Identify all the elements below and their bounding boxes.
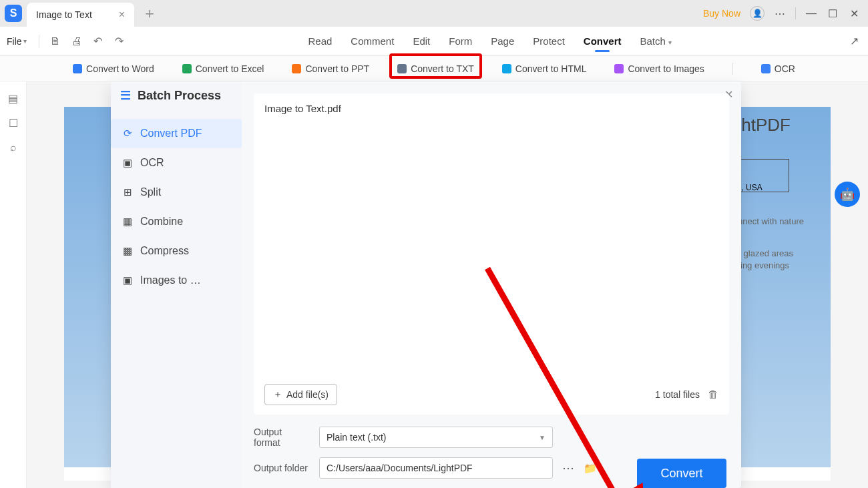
stack-icon: ☰ [120, 88, 131, 103]
convert-to-html[interactable]: Convert to HTML [502, 63, 587, 74]
convert-to-excel[interactable]: Convert to Excel [182, 63, 264, 74]
avatar-icon[interactable]: 👤 [750, 6, 765, 21]
output-format-select[interactable]: Plain text (.txt) ▼ [319, 427, 553, 448]
menu-page[interactable]: Page [491, 31, 514, 51]
sidebar-item-combine[interactable]: ▦Combine [111, 207, 242, 236]
workspace: ▤ ☐ ⌕ ghtPDF cation Sport, hington, USA … [0, 81, 868, 488]
convert-to-images[interactable]: Convert to Images [614, 63, 704, 74]
chevron-down-icon: ▼ [539, 434, 546, 441]
app-logo: S [5, 5, 22, 22]
convert-to-ppt[interactable]: Convert to PPT [292, 63, 369, 74]
bookmark-icon[interactable]: ☐ [9, 117, 18, 130]
output-folder-label: Output folder [254, 463, 310, 473]
convert-to-txt[interactable]: Convert to TXT [397, 63, 474, 74]
combine-icon: ▦ [122, 216, 134, 228]
dialog-sidebar: ⟳Convert PDF ▣OCR ⊞Split ▦Combine ▩Compr… [111, 81, 242, 488]
output-format-label: Output format [254, 427, 310, 448]
excel-icon [182, 64, 192, 73]
word-icon [73, 64, 82, 73]
menu-convert[interactable]: Convert [584, 31, 622, 51]
dialog-title: ☰ Batch Process [120, 88, 221, 103]
convert-ribbon: Convert to Word Convert to Excel Convert… [0, 56, 868, 81]
browse-more-icon[interactable]: ⋯ [562, 461, 574, 475]
add-files-button[interactable]: ＋ Add file(s) [264, 384, 337, 405]
sidebar-item-convert-pdf[interactable]: ⟳Convert PDF [111, 119, 242, 148]
sidebar-item-images-to[interactable]: ▣Images to … [111, 266, 242, 295]
assistant-button[interactable]: 🤖 [835, 182, 860, 207]
total-files-label: 1 total files [655, 389, 700, 400]
search-icon[interactable]: ⌕ [10, 142, 17, 154]
left-sidebar: ▤ ☐ ⌕ [0, 81, 27, 488]
ocr-icon [761, 64, 771, 73]
minimize-icon[interactable]: — [805, 7, 817, 19]
separator [795, 7, 796, 19]
thumbnails-icon[interactable]: ▤ [8, 92, 18, 105]
menu-read[interactable]: Read [308, 31, 333, 51]
more-icon[interactable]: ⋯ [774, 7, 786, 20]
plus-icon: ＋ [273, 389, 282, 401]
save-icon[interactable]: 🗎 [49, 35, 62, 48]
txt-icon [397, 64, 407, 73]
document-tab[interactable]: Image to Text × [27, 3, 134, 27]
refresh-icon: ⟳ [122, 128, 134, 140]
output-folder-input[interactable]: C:/Users/aaa/Documents/LightPDF [319, 457, 553, 479]
popout-icon[interactable]: ↗ [850, 35, 859, 47]
undo-icon[interactable]: ↶ [91, 35, 105, 48]
split-icon: ⊞ [122, 186, 134, 198]
redo-icon[interactable]: ↷ [113, 35, 126, 48]
image-icon: ▣ [122, 274, 134, 286]
convert-to-word[interactable]: Convert to Word [73, 63, 154, 74]
close-tab-icon[interactable]: × [119, 9, 125, 21]
folder-icon[interactable]: 📁 [584, 462, 597, 475]
menu-batch[interactable]: Batch ▾ [640, 31, 672, 51]
sidebar-item-compress[interactable]: ▩Compress [111, 236, 242, 266]
file-list: Image to Text.pdf ＋ Add file(s) 1 total … [254, 93, 729, 415]
maximize-icon[interactable]: ☐ [827, 7, 839, 20]
new-tab-button[interactable]: ＋ [142, 3, 157, 23]
file-menu[interactable]: File▾ [0, 36, 33, 47]
title-bar: S Image to Text × ＋ Buy Now 👤 ⋯ — ☐ ✕ [0, 0, 868, 27]
sidebar-item-ocr[interactable]: ▣OCR [111, 148, 242, 178]
images-icon [614, 64, 624, 73]
trash-icon[interactable]: 🗑 [708, 389, 718, 401]
ocr-icon: ▣ [122, 157, 134, 169]
buy-now-link[interactable]: Buy Now [703, 8, 740, 19]
tab-title: Image to Text [36, 9, 92, 20]
print-icon[interactable]: 🖨 [70, 35, 83, 48]
dialog-main: Image to Text.pdf ＋ Add file(s) 1 total … [242, 81, 741, 488]
file-row[interactable]: Image to Text.pdf [264, 103, 718, 114]
menu-form[interactable]: Form [449, 31, 472, 51]
sidebar-item-split[interactable]: ⊞Split [111, 178, 242, 207]
menu-protect[interactable]: Protect [533, 31, 565, 51]
toolbar: File▾ 🗎 🖨 ↶ ↷ Read Comment Edit Form Pag… [0, 27, 868, 56]
close-window-icon[interactable]: ✕ [848, 7, 860, 20]
compress-icon: ▩ [122, 245, 134, 257]
convert-button[interactable]: Convert [637, 459, 726, 488]
ppt-icon [292, 64, 301, 73]
ribbon-ocr[interactable]: OCR [761, 63, 795, 74]
html-icon [502, 64, 511, 73]
menu-edit[interactable]: Edit [413, 31, 430, 51]
batch-process-dialog: ☰ Batch Process — ✕ ⟳Convert PDF ▣OCR ⊞S… [111, 81, 741, 488]
menu-comment[interactable]: Comment [351, 31, 394, 51]
